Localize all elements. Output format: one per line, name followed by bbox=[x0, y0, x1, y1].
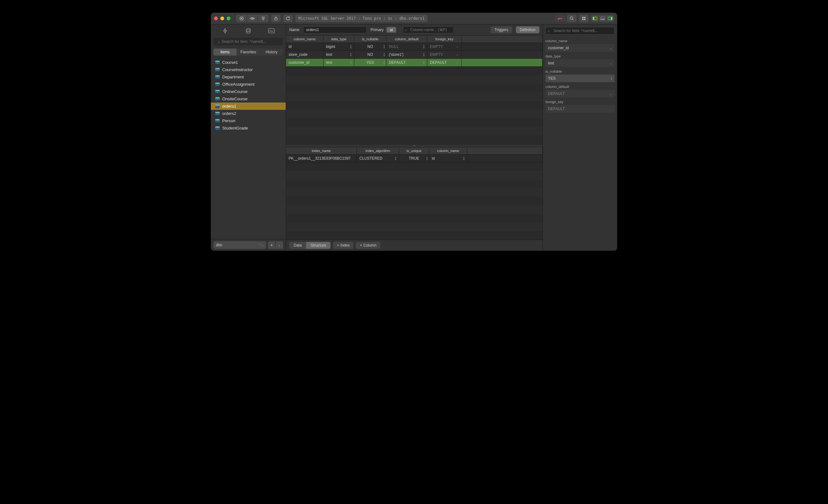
chevron-down-icon: ⌄ bbox=[610, 46, 612, 50]
inspector-search-input[interactable] bbox=[545, 27, 615, 35]
cell-is-nullable[interactable]: NO▴▾ bbox=[354, 43, 386, 50]
inspector-column-default-field[interactable]: DEFAULT⌄ bbox=[545, 90, 615, 97]
cell-spacer bbox=[462, 59, 543, 66]
definition-button[interactable]: Definition bbox=[516, 26, 539, 33]
add-column-button[interactable]: +Column bbox=[356, 242, 380, 249]
stepper-icon[interactable]: ▴▾ bbox=[383, 52, 385, 57]
sidebar-item[interactable]: CourseInstructor bbox=[211, 66, 286, 73]
sidebar-item[interactable]: OnlineCourse bbox=[211, 88, 286, 95]
cell-foreign-key[interactable]: EMPTY→ bbox=[427, 51, 462, 58]
refresh-icon[interactable] bbox=[283, 14, 293, 22]
toggle-left-panel[interactable] bbox=[591, 15, 599, 22]
stepper-icon[interactable]: ▴▾ bbox=[463, 156, 464, 161]
lock-icon[interactable] bbox=[271, 14, 281, 22]
header-index-name[interactable]: index_name bbox=[286, 147, 357, 154]
header-column-name[interactable]: column_name bbox=[286, 36, 324, 43]
header-is-nullable[interactable]: is_nullable bbox=[354, 36, 386, 43]
cell-data-type[interactable]: text▴▾ bbox=[324, 51, 354, 58]
cell-column-default[interactable]: ('store1')▴▾ bbox=[386, 51, 427, 58]
sql-icon[interactable]: SQL bbox=[262, 26, 281, 35]
cell-index-column[interactable]: id▴▾ bbox=[429, 155, 467, 162]
filter-items[interactable]: Items bbox=[213, 49, 237, 55]
horizontal-splitter[interactable] bbox=[286, 144, 543, 147]
header-column-default[interactable]: column_default bbox=[386, 36, 427, 43]
stepper-icon[interactable]: ▴▾ bbox=[423, 52, 424, 57]
header-is-unique[interactable]: is_unique bbox=[399, 147, 429, 154]
sidebar-item[interactable]: Person bbox=[211, 117, 286, 124]
filter-history[interactable]: History bbox=[260, 49, 283, 55]
cell-data-type[interactable]: text▴▾ bbox=[324, 59, 354, 66]
stepper-icon[interactable]: ▴▾ bbox=[423, 60, 424, 65]
column-row[interactable]: store_code text▴▾ NO▴▾ ('store1')▴▾ EMPT… bbox=[286, 51, 543, 59]
structure-tab[interactable]: Structure bbox=[306, 242, 331, 249]
breadcrumb[interactable]: Microsoft SQL Server 2017 : Tono pro : s… bbox=[295, 14, 428, 22]
index-row[interactable]: PK__orders1__3213E83F06BC2397 CLUSTERED▴… bbox=[286, 155, 543, 163]
column-row[interactable]: customer_id text▴▾ YES▴▾ DEFAULT▴▾ DEFAU… bbox=[286, 59, 543, 67]
inspector-column-name-field[interactable]: customer_id⌄ bbox=[545, 44, 615, 52]
stepper-icon[interactable]: ▴▾ bbox=[350, 52, 351, 57]
header-index-column[interactable]: column_name bbox=[429, 147, 467, 154]
stepper-icon[interactable]: ▴▾ bbox=[611, 76, 612, 81]
stepper-icon[interactable]: ▴▾ bbox=[395, 156, 396, 161]
column-row[interactable]: id bigint▴▾ NO▴▾ NULL▴▾ EMPTY→ bbox=[286, 43, 543, 51]
header-data-type[interactable]: data_type bbox=[324, 36, 354, 43]
cell-data-type[interactable]: bigint▴▾ bbox=[324, 43, 354, 50]
cell-is-nullable[interactable]: YES▴▾ bbox=[354, 59, 386, 66]
database-icon[interactable] bbox=[239, 26, 258, 35]
add-menu-button[interactable]: ⌄ bbox=[276, 241, 283, 249]
grid-icon[interactable] bbox=[579, 14, 589, 22]
arrow-right-icon[interactable]: → bbox=[456, 61, 459, 65]
eye-icon[interactable] bbox=[247, 14, 258, 22]
stepper-icon[interactable]: ▴▾ bbox=[383, 60, 385, 65]
cell-column-name[interactable]: customer_id bbox=[286, 59, 324, 66]
schema-select[interactable]: dbo⌃⌄ bbox=[213, 241, 266, 249]
data-tab[interactable]: Data bbox=[289, 242, 306, 249]
zoom-window[interactable] bbox=[227, 16, 231, 20]
close-window[interactable] bbox=[214, 16, 218, 20]
cancel-icon[interactable] bbox=[236, 14, 247, 22]
stepper-icon[interactable]: ▴▾ bbox=[350, 60, 351, 65]
inspector-data-type-field[interactable]: text⌄ bbox=[545, 59, 615, 67]
filter-icon[interactable] bbox=[258, 14, 268, 22]
header-index-algorithm[interactable]: index_algorithm bbox=[357, 147, 399, 154]
sidebar-item[interactable]: orders1 bbox=[211, 102, 286, 110]
stepper-icon[interactable]: ▴▾ bbox=[350, 44, 351, 49]
minimize-window[interactable] bbox=[220, 16, 224, 20]
sidebar-item[interactable]: StudentGrade bbox=[211, 124, 286, 132]
header-foreign-key[interactable]: foreign_key bbox=[427, 36, 462, 43]
sidebar-item[interactable]: OnsiteCourse bbox=[211, 95, 286, 102]
cell-foreign-key[interactable]: EMPTY→ bbox=[427, 43, 462, 50]
table-name-input[interactable] bbox=[303, 26, 367, 33]
sidebar-item[interactable]: OfficeAssignment bbox=[211, 81, 286, 88]
sidebar-search-input[interactable] bbox=[213, 38, 283, 45]
cell-is-nullable[interactable]: NO▴▾ bbox=[354, 51, 386, 58]
cell-index-algorithm[interactable]: CLUSTERED▴▾ bbox=[357, 155, 399, 162]
inspector-foreign-key-field[interactable]: DEFAULT bbox=[545, 105, 615, 113]
triggers-button[interactable]: Triggers bbox=[491, 26, 512, 33]
primary-key-field[interactable]: id bbox=[386, 27, 397, 33]
filter-favorites[interactable]: Favorites bbox=[237, 49, 260, 55]
stepper-icon[interactable]: ▴▾ bbox=[426, 156, 428, 161]
cell-column-default[interactable]: NULL▴▾ bbox=[386, 43, 427, 50]
cell-column-default[interactable]: DEFAULT▴▾ bbox=[386, 59, 427, 66]
stepper-icon[interactable]: ▴▾ bbox=[423, 44, 424, 49]
bolt-icon[interactable] bbox=[216, 26, 235, 35]
arrow-right-icon[interactable]: → bbox=[456, 53, 459, 56]
sidebar-item[interactable]: Department bbox=[211, 73, 286, 81]
cell-column-name[interactable]: store_code bbox=[286, 51, 324, 58]
add-index-button[interactable]: +Index bbox=[333, 242, 354, 249]
search-icon[interactable] bbox=[567, 14, 577, 22]
cell-index-name[interactable]: PK__orders1__3213E83F06BC2397 bbox=[286, 155, 357, 162]
column-search-input[interactable] bbox=[403, 26, 454, 33]
sidebar-item[interactable]: Course1 bbox=[211, 59, 286, 66]
cell-is-unique[interactable]: TRUE▴▾ bbox=[399, 155, 429, 162]
cell-column-name[interactable]: id bbox=[286, 43, 324, 50]
add-button[interactable]: + bbox=[268, 241, 276, 249]
toggle-bottom-panel[interactable] bbox=[599, 15, 607, 22]
toggle-right-panel[interactable] bbox=[607, 15, 614, 22]
arrow-right-icon[interactable]: → bbox=[456, 45, 459, 49]
stepper-icon[interactable]: ▴▾ bbox=[383, 44, 385, 49]
cell-foreign-key[interactable]: DEFAULT→ bbox=[427, 59, 462, 66]
sidebar-item[interactable]: orders2 bbox=[211, 110, 286, 117]
inspector-is-nullable-field[interactable]: YES▴▾ bbox=[545, 75, 615, 82]
